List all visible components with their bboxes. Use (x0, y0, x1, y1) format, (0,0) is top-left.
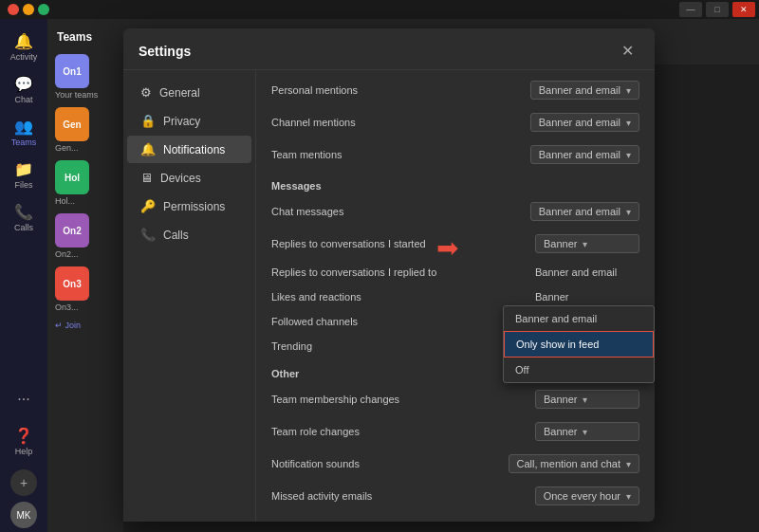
nav-item-general[interactable]: ⚙ General (127, 79, 251, 106)
nav-item-devices[interactable]: 🖥 Devices (127, 164, 251, 192)
dropdown-value-missed-activity: Once every hour (544, 490, 620, 502)
modal-title: Settings (139, 44, 191, 59)
devices-icon: 🖥 (140, 171, 153, 185)
sidebar-item-activity[interactable]: 🔔 Activity (1, 27, 46, 67)
dropdown-option-off[interactable]: Off (504, 358, 654, 382)
row-replies-started: Replies to conversations I started Banne… (256, 228, 655, 260)
sidebar-item-calls[interactable]: 📞 Calls (1, 197, 46, 238)
general-icon: ⚙ (140, 85, 152, 100)
add-org-button[interactable]: + (10, 469, 37, 496)
dropdown-notification-sounds[interactable]: Call, mention and chat ▾ (509, 454, 639, 473)
settings-content: Personal mentions Banner and email ▾ Cha… (256, 70, 655, 522)
dropdown-channel-mentions[interactable]: Banner and email ▾ (530, 113, 639, 132)
sidebar-label-chat: Chat (14, 95, 32, 104)
notifications-icon: 🔔 (140, 142, 156, 156)
dropdown-chat-messages[interactable]: Banner and email ▾ (530, 202, 639, 221)
row-team-mentions: Team mentions Banner and email ▾ (256, 138, 655, 171)
dropdown-team-membership[interactable]: Banner ▾ (535, 390, 639, 409)
dropdown-personal-mentions[interactable]: Banner and email ▾ (530, 81, 639, 100)
value-team-mentions[interactable]: Banner and email ▾ (530, 145, 639, 164)
dropdown-value-replies-started: Banner (544, 238, 577, 249)
sidebar-item-help[interactable]: ❓ Help (1, 421, 46, 462)
chevron-personal-mentions: ▾ (626, 85, 631, 96)
nav-item-notifications[interactable]: 🔔 Notifications (127, 136, 251, 163)
nav-label-calls: Calls (163, 229, 189, 242)
modal-close-button[interactable]: ✕ (616, 40, 639, 62)
minimize-traffic-light[interactable] (23, 4, 34, 15)
row-notification-sounds: Notification sounds Call, mention and ch… (256, 448, 655, 480)
team-avatar-hol: Hol (55, 160, 89, 194)
nav-label-notifications: Notifications (163, 143, 225, 156)
close-traffic-light[interactable] (8, 4, 19, 15)
sidebar-item-teams[interactable]: 👥 Teams (1, 112, 46, 153)
team-label-on3: On3... (55, 303, 79, 312)
settings-modal: Settings ✕ ⚙ General 🔒 Privacy 🔔 Notific… (123, 28, 655, 522)
modal-body: ⚙ General 🔒 Privacy 🔔 Notifications 🖥 De… (123, 70, 655, 522)
value-channel-mentions[interactable]: Banner and email ▾ (530, 113, 639, 132)
value-missed-activity[interactable]: Once every hour ▾ (535, 486, 639, 505)
sidebar-item-chat[interactable]: 💬 Chat (1, 69, 46, 110)
avatar[interactable]: MK (10, 502, 37, 528)
sidebar: 🔔 Activity 💬 Chat 👥 Teams 📁 Files 📞 Call… (0, 19, 47, 532)
minimize-button[interactable]: — (679, 2, 702, 17)
nav-label-privacy: Privacy (163, 115, 200, 128)
join-button[interactable]: ↵ Join (51, 319, 120, 332)
value-notification-sounds[interactable]: Call, mention and chat ▾ (509, 454, 639, 473)
nav-label-permissions: Permissions (163, 200, 225, 213)
permissions-icon: 🔑 (140, 199, 156, 213)
dropdown-team-mentions[interactable]: Banner and email ▾ (530, 145, 639, 164)
close-button[interactable]: ✕ (732, 2, 755, 17)
value-team-role[interactable]: Banner ▾ (535, 422, 639, 441)
nav-label-devices: Devices (160, 172, 201, 185)
label-personal-mentions: Personal mentions (271, 84, 530, 96)
team-avatar-gen: Gen (55, 107, 89, 141)
calls-icon: 📞 (14, 203, 33, 221)
value-personal-mentions[interactable]: Banner and email ▾ (530, 81, 639, 100)
nav-item-calls[interactable]: 📞 Calls (127, 221, 251, 248)
row-replies-replied: Replies to conversations I replied to Ba… (256, 260, 655, 284)
sidebar-item-files[interactable]: 📁 Files (1, 155, 46, 195)
dropdown-value-notification-sounds: Call, mention and chat (517, 458, 620, 469)
value-replies-started[interactable]: Banner ▾ (535, 234, 639, 253)
row-personal-mentions: Personal mentions Banner and email ▾ (256, 74, 655, 106)
sidebar-label-calls: Calls (14, 223, 33, 232)
team-item-on3[interactable]: On3 On3... (51, 264, 120, 315)
plain-value-replies-replied: Banner and email (535, 266, 639, 278)
section-highlights: Highlights for you (256, 512, 655, 522)
team-item-hol[interactable]: Hol Hol... (51, 157, 120, 209)
calls-nav-icon: 📞 (140, 228, 156, 242)
dropdown-team-role[interactable]: Banner ▾ (535, 422, 639, 441)
dropdown-value-personal-mentions: Banner and email (539, 84, 620, 96)
team-label-gen: Gen... (55, 143, 79, 153)
value-replies-replied: Banner and email (535, 266, 639, 278)
sidebar-label-help: Help (15, 447, 33, 456)
value-team-membership[interactable]: Banner ▾ (535, 390, 639, 409)
chevron-missed-activity: ▾ (626, 491, 631, 502)
value-likes-reactions: Banner (535, 291, 639, 303)
sidebar-item-more[interactable]: ··· (1, 385, 46, 413)
row-likes-reactions: Likes and reactions Banner Banner and em… (256, 284, 655, 309)
section-messages: Messages (256, 171, 655, 195)
maximize-traffic-light[interactable] (38, 4, 49, 15)
teams-panel: Teams On1 Your teams Gen Gen... Hol Hol.… (47, 19, 123, 532)
dropdown-popup-likes-reactions: Banner and email Only show in feed Off (503, 305, 655, 383)
chevron-chat-messages: ▾ (626, 207, 631, 217)
sidebar-label-files: Files (14, 180, 32, 190)
team-item-gen[interactable]: Gen Gen... (51, 104, 120, 156)
dropdown-missed-activity[interactable]: Once every hour ▾ (535, 486, 639, 505)
value-chat-messages[interactable]: Banner and email ▾ (530, 202, 639, 221)
dropdown-option-feed[interactable]: Only show in feed (504, 331, 654, 358)
label-team-membership: Team membership changes (271, 394, 535, 405)
dropdown-replies-started[interactable]: Banner ▾ (535, 234, 639, 253)
team-item-on2[interactable]: On2 On2... (51, 211, 120, 262)
chat-icon: 💬 (14, 75, 33, 93)
team-item-on1[interactable]: On1 Your teams (51, 51, 120, 102)
dropdown-value-channel-mentions: Banner and email (539, 117, 620, 128)
titlebar-controls (8, 4, 53, 15)
dropdown-value-chat-messages: Banner and email (539, 206, 620, 217)
maximize-button[interactable]: □ (706, 2, 729, 17)
nav-item-privacy[interactable]: 🔒 Privacy (127, 107, 251, 135)
dropdown-option-banner-email[interactable]: Banner and email (504, 306, 654, 331)
team-avatar-on1: On1 (55, 54, 89, 88)
nav-item-permissions[interactable]: 🔑 Permissions (127, 193, 251, 220)
